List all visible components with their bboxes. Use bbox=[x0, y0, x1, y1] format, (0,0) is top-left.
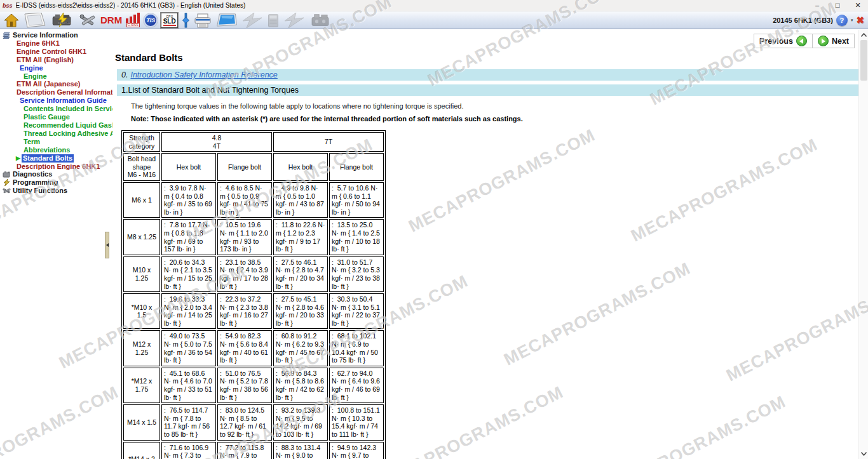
sidebar-item-engine-6hk1[interactable]: Engine 6HK1 bbox=[0, 39, 112, 48]
sidebar-item-label: Standard Bolts bbox=[22, 154, 74, 163]
bolt-size-cell: M6 x 1 bbox=[123, 182, 160, 218]
bolt-type-header: Flange bolt bbox=[329, 153, 384, 181]
close-session-icon[interactable]: ✖ bbox=[856, 15, 864, 26]
sidebar-item-plastic-gauge[interactable]: Plastic Gauge bbox=[0, 113, 112, 121]
torque-value-cell: : 60.8 to 91.2 N· m { 6.2 to 9.3 kgf· m … bbox=[273, 330, 328, 366]
strength-group-header: 4.8 4T bbox=[161, 132, 272, 152]
sidebar-item-label: ETM All (Japanese) bbox=[17, 80, 80, 88]
table-row: M6 x 1: 3.9 to 7.8 N· m { 0.4 to 0.8 kgf… bbox=[123, 182, 384, 218]
sidebar-item-engine-control-6hk1[interactable]: Engine Control 6HK1 bbox=[0, 48, 112, 56]
torque-value-cell: : 20.6 to 34.3 N· m { 2.1 to 3.5 kgf· m … bbox=[161, 256, 216, 292]
maximize-icon[interactable]: □ bbox=[827, 0, 848, 11]
bolt-size-cell: M10 x 1.25 bbox=[123, 256, 160, 292]
toolbar: Reflash DRM G-IDSS TIS CPS SLD bbox=[0, 11, 868, 29]
next-arrow-icon bbox=[818, 36, 829, 46]
torque-table: Strength category4.8 4T7TBolt head shape… bbox=[121, 130, 386, 459]
sidebar-item-label: Contents Included in Service bbox=[24, 105, 112, 113]
torque-value-cell: : 71.6 to 106.9 N· m { 7.3 to 10.9 kgf· … bbox=[161, 442, 216, 459]
scroll-up-icon[interactable] bbox=[860, 32, 867, 39]
home-icon[interactable] bbox=[4, 13, 19, 28]
sidebar-item-etm-all-japanese-[interactable]: ETM All (Japanese) bbox=[0, 80, 112, 88]
bolt-size-cell: *M14 x 2 bbox=[123, 442, 160, 459]
reflash-label: Reflash bbox=[58, 20, 71, 24]
sidebar-item-contents-included-in-service[interactable]: Contents Included in Service bbox=[0, 105, 112, 113]
navigation-tree: Service InformationEngine 6HK1Engine Con… bbox=[0, 30, 112, 459]
sidebar-item-diagnostics[interactable]: Diagnostics bbox=[0, 170, 112, 178]
lightning-disabled-icon[interactable] bbox=[241, 13, 263, 28]
minimize-icon[interactable]: – bbox=[807, 0, 827, 11]
engine-disabled-icon[interactable] bbox=[308, 13, 332, 28]
sidebar-item-service-information[interactable]: Service Information bbox=[0, 31, 112, 39]
sidebar-item-abbreviations[interactable]: Abbreviations bbox=[0, 146, 112, 154]
printer-icon[interactable] bbox=[193, 13, 212, 28]
torque-value-cell: : 54.9 to 82.3 N· m { 5.6 to 8.4 kgf· m … bbox=[217, 330, 272, 366]
sidebar-item-engine[interactable]: Engine bbox=[0, 64, 112, 72]
torque-value-cell: : 49.0 to 73.5 N· m { 5.0 to 7.5 kgf· m … bbox=[161, 330, 216, 366]
scrollbar-thumb[interactable] bbox=[860, 40, 867, 81]
lightning2-disabled-icon[interactable] bbox=[283, 13, 305, 28]
vertical-scrollbar[interactable] bbox=[858, 30, 868, 459]
help-icon[interactable]: ? bbox=[836, 15, 848, 26]
gidss-chart-icon[interactable]: G-IDSS bbox=[125, 13, 140, 28]
valve-icon[interactable] bbox=[181, 13, 190, 28]
table-row: M14 x 1.5: 76.5 to 114.7 N· m { 7.8 to 1… bbox=[123, 404, 384, 440]
torque-value-cell: : 77.2 to 115.8 N· m { 7.9 to 11.8 kgf· … bbox=[217, 442, 272, 459]
sidebar-item-label: Engine bbox=[20, 64, 43, 72]
app-icon: bss bbox=[3, 3, 13, 9]
sidebar-item-label: Service Information Guide bbox=[20, 96, 107, 105]
previous-arrow-icon bbox=[796, 36, 807, 46]
sidebar-item-label: Abbreviations bbox=[24, 146, 70, 154]
next-button[interactable]: Next bbox=[813, 34, 855, 48]
sidebar-item-utility-functions[interactable]: Utility Functions bbox=[0, 187, 112, 195]
content-pane: Previous Next Standard Bolts 0. Introduc… bbox=[112, 30, 858, 459]
sidebar-item-label: Term bbox=[24, 138, 40, 146]
report-icon[interactable] bbox=[22, 13, 46, 28]
selected-item-arrow-icon: ▶ bbox=[16, 154, 20, 163]
monitor-icon[interactable] bbox=[215, 13, 238, 28]
table-row: M10 x 1.25: 20.6 to 34.3 N· m { 2.1 to 3… bbox=[123, 256, 384, 292]
sidebar-item-label: Engine bbox=[24, 72, 47, 81]
vehicle-label: 20145 6HK1 (GB3) bbox=[773, 17, 833, 24]
drm-icon[interactable]: DRM bbox=[100, 13, 122, 28]
scrollbar-track[interactable] bbox=[859, 39, 868, 450]
sidebar-item-term[interactable]: Term bbox=[0, 138, 112, 146]
table-row: *M12 x 1.75: 45.1 to 68.6 N· m { 4.6 to … bbox=[123, 368, 384, 403]
torque-value-cell: : 27.5 to 46.1 N· m { 2.8 to 4.7 kgf· m … bbox=[273, 256, 328, 292]
sidebar-item-label: Service Information bbox=[13, 31, 78, 39]
strength-group-header: 7T bbox=[273, 132, 384, 152]
sidebar-item-label: Programming bbox=[13, 178, 58, 187]
chevron-down-icon[interactable]: ▾ bbox=[851, 18, 853, 23]
sidebar-item-description-general-information[interactable]: Description General Information bbox=[0, 88, 112, 96]
sidebar-item-thread-locking-adhesive-ag[interactable]: Thread Locking Adhesive Ag bbox=[0, 130, 112, 138]
torque-value-cell: : 10.5 to 19.6 N· m { 1.1 to 2.0 kgf· m … bbox=[217, 219, 272, 255]
sidebar-item-engine[interactable]: Engine bbox=[0, 72, 112, 81]
torque-value-cell: : 30.3 to 50.4 N· m { 3.1 to 5.1 kgf· m … bbox=[329, 293, 384, 329]
cps-sld-icon[interactable]: CPS SLD bbox=[161, 13, 178, 28]
intro-paragraph: The tightening torque values in the foll… bbox=[131, 102, 858, 110]
torque-value-cell: : 4.9 to 9.8 N· m { 0.5 to 1.0 kgf· m / … bbox=[273, 182, 328, 218]
sidebar-item-recommended-liquid-gaske[interactable]: Recommended Liquid Gaske bbox=[0, 121, 112, 130]
torque-value-cell: : 45.1 to 68.6 N· m { 4.6 to 7.0 kgf· m … bbox=[161, 368, 216, 403]
sidebar-item-programming[interactable]: Programming bbox=[0, 178, 112, 187]
table-row: *M14 x 2: 71.6 to 106.9 N· m { 7.3 to 10… bbox=[123, 442, 384, 459]
torque-value-cell: : 11.8 to 22.6 N· m { 1.2 to 2.3 kgf· m … bbox=[273, 219, 328, 255]
tis-icon[interactable]: TIS bbox=[144, 13, 158, 28]
utility-functions-icon bbox=[3, 187, 11, 194]
previous-button[interactable]: Previous bbox=[754, 34, 813, 48]
sidebar-collapse-handle[interactable] bbox=[105, 232, 109, 258]
sidebar-item-standard-bolts[interactable]: ▶Standard Bolts bbox=[0, 154, 112, 163]
sidebar-item-service-information-guide[interactable]: Service Information Guide bbox=[0, 96, 112, 105]
torque-value-cell: : 3.9 to 7.8 N· m { 0.4 to 0.8 kgf· m / … bbox=[161, 182, 216, 218]
sidebar-item-description-engine-6hk1[interactable]: Description Engine 6HK1 bbox=[0, 163, 112, 171]
table-row: M12 x 1.25: 49.0 to 73.5 N· m { 5.0 to 7… bbox=[123, 330, 384, 366]
reflash-engine-icon[interactable]: Reflash bbox=[50, 13, 75, 28]
sidebar-item-label: Diagnostics bbox=[13, 170, 52, 178]
tools-icon[interactable] bbox=[78, 13, 97, 28]
safety-reference-link[interactable]: Introduction Safety Information Referenc… bbox=[130, 70, 277, 79]
sidebar-item-label: Description General Information bbox=[17, 88, 112, 96]
sidebar-item-etm-all-english-[interactable]: ETM All (English) bbox=[0, 56, 112, 64]
reference-banner: 0. Introduction Safety Information Refer… bbox=[117, 69, 858, 81]
meter-disabled-icon[interactable] bbox=[266, 13, 280, 28]
close-icon[interactable]: ✕ bbox=[848, 0, 868, 11]
scroll-down-icon[interactable] bbox=[860, 450, 867, 457]
